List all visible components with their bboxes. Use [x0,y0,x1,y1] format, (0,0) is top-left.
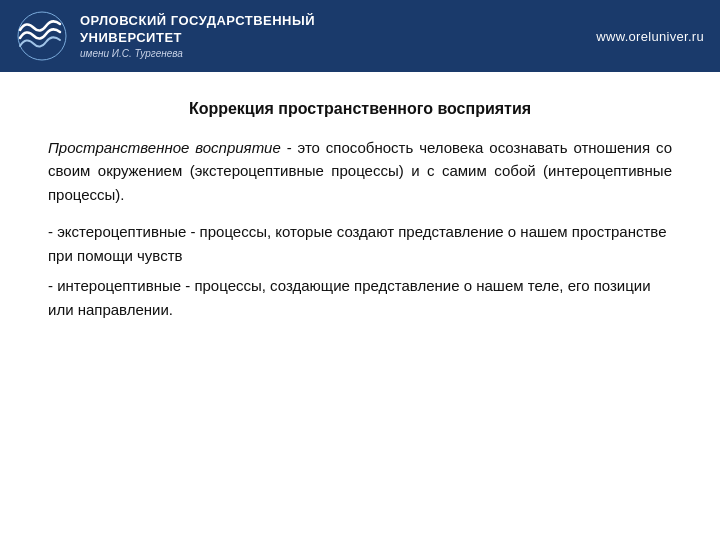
slide-title: Коррекция пространственного восприятия [48,100,672,118]
university-name-line2: УНИВЕРСИТЕТ [80,30,315,47]
university-logo [16,10,68,62]
list-item: - интероцептивные - процессы, создающие … [48,274,672,322]
main-content: Коррекция пространственного восприятия П… [0,72,720,348]
italic-term: Пространственное восприятие [48,139,281,156]
header-text-block: ОРЛОВСКИЙ ГОСУДАРСТВЕННЫЙ УНИВЕРСИТЕТ им… [80,13,315,60]
list-section: - экстероцептивные - процессы, которые с… [48,220,672,322]
university-subtitle: имени И.С. Тургенева [80,48,315,59]
list-item: - экстероцептивные - процессы, которые с… [48,220,672,268]
website-url: www.oreluniver.ru [596,29,704,44]
svg-point-0 [18,12,66,60]
university-name-line1: ОРЛОВСКИЙ ГОСУДАРСТВЕННЫЙ [80,13,315,30]
page-header: ОРЛОВСКИЙ ГОСУДАРСТВЕННЫЙ УНИВЕРСИТЕТ им… [0,0,720,72]
header-left: ОРЛОВСКИЙ ГОСУДАРСТВЕННЫЙ УНИВЕРСИТЕТ им… [16,10,315,62]
main-paragraph: Пространственное восприятие - это способ… [48,136,672,206]
list-item-text-1: - экстероцептивные - процессы, которые с… [48,223,667,264]
list-item-text-2: - интероцептивные - процессы, создающие … [48,277,651,318]
